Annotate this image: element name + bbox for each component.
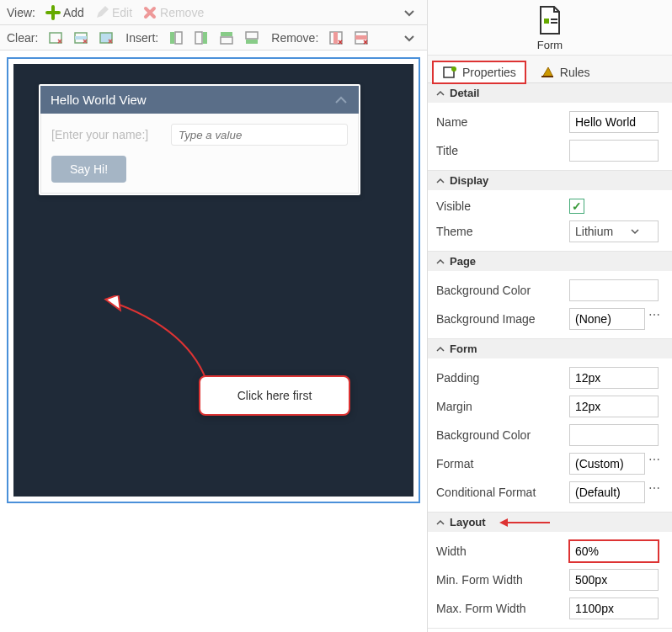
section-page-title: Page bbox=[450, 255, 476, 268]
panel-header-label: Form bbox=[537, 39, 563, 51]
prop-row-format: Format ⋯ bbox=[428, 449, 672, 478]
prop-row-form-bgcolor: Background Color bbox=[428, 421, 672, 449]
section-display-header[interactable]: Display bbox=[428, 171, 672, 190]
prop-theme-select[interactable]: Lithium bbox=[569, 220, 659, 242]
layout-toolbar-menu-button[interactable] bbox=[398, 29, 420, 47]
hello-world-view[interactable]: Hello World View [Enter your name:] Say … bbox=[39, 84, 360, 195]
form-icon bbox=[536, 5, 564, 37]
prop-maxw-input[interactable] bbox=[569, 597, 659, 619]
svg-point-20 bbox=[451, 66, 456, 72]
insert-row-below-button[interactable] bbox=[241, 29, 263, 47]
tab-properties[interactable]: Properties bbox=[433, 61, 525, 83]
prop-title-input[interactable] bbox=[569, 140, 659, 162]
chevron-up-icon bbox=[436, 345, 445, 353]
remove-row-button[interactable] bbox=[350, 29, 372, 47]
svg-rect-5 bbox=[170, 32, 174, 44]
prop-format-input[interactable] bbox=[569, 453, 645, 475]
prop-row-condfmt: Conditional Format ⋯ bbox=[428, 478, 672, 507]
prop-form-bgcolor-input[interactable] bbox=[569, 424, 659, 446]
collapse-icon[interactable] bbox=[333, 94, 349, 106]
left-panel: View: Add Edit Remove bbox=[0, 0, 428, 632]
section-page: Page Background Color Background Image ⋯ bbox=[428, 252, 672, 339]
prop-row-page-bgcolor: Background Color bbox=[428, 276, 672, 305]
section-page-header[interactable]: Page bbox=[428, 252, 672, 271]
prop-minw-label: Min. Form Width bbox=[436, 573, 563, 587]
prop-format-browse-button[interactable]: ⋯ bbox=[645, 453, 664, 475]
add-view-button[interactable]: Add bbox=[42, 3, 88, 22]
prop-width-input[interactable] bbox=[569, 540, 659, 562]
prop-minw-input[interactable] bbox=[569, 569, 659, 591]
view-toolbar: View: Add Edit Remove bbox=[0, 0, 427, 25]
add-view-label: Add bbox=[63, 6, 84, 19]
insert-col-right-button[interactable] bbox=[190, 29, 212, 47]
svg-rect-17 bbox=[551, 19, 557, 20]
section-form: Form Padding Margin Background Color bbox=[428, 339, 672, 513]
section-detail-title: Detail bbox=[450, 87, 479, 99]
insert-col-left-button[interactable] bbox=[165, 29, 187, 47]
tab-rules[interactable]: Rules bbox=[531, 61, 600, 82]
view-header[interactable]: Hello World View bbox=[40, 86, 359, 114]
rules-icon bbox=[540, 66, 555, 79]
prop-row-padding: Padding bbox=[428, 364, 672, 392]
svg-rect-11 bbox=[246, 40, 258, 44]
svg-rect-7 bbox=[203, 32, 207, 44]
clear-row-button[interactable] bbox=[70, 29, 92, 47]
name-field-input[interactable] bbox=[171, 124, 348, 146]
prop-row-width: Width bbox=[428, 537, 672, 566]
prop-padding-input[interactable] bbox=[569, 367, 659, 389]
clear-label: Clear: bbox=[7, 31, 38, 45]
prop-row-margin: Margin bbox=[428, 392, 672, 421]
prop-visible-checkbox[interactable]: ✓ bbox=[569, 199, 584, 214]
section-layout-title: Layout bbox=[450, 516, 486, 528]
prop-row-minw: Min. Form Width bbox=[428, 566, 672, 594]
prop-row-visible: Visible ✓ bbox=[428, 195, 672, 217]
view-toolbar-menu-button[interactable] bbox=[398, 3, 420, 22]
insert-row-above-button[interactable] bbox=[216, 29, 237, 47]
section-form-title: Form bbox=[450, 343, 477, 355]
properties-panel: Form Properties Rules Detail bbox=[428, 0, 672, 632]
prop-name-label: Name bbox=[436, 115, 563, 129]
chevron-up-icon bbox=[436, 258, 445, 266]
svg-rect-9 bbox=[221, 32, 232, 36]
chevron-up-icon bbox=[436, 177, 445, 185]
prop-page-bgimage-browse-button[interactable]: ⋯ bbox=[645, 308, 664, 330]
svg-rect-2 bbox=[75, 36, 87, 40]
insert-row-below-icon bbox=[244, 30, 259, 45]
section-form-header[interactable]: Form bbox=[428, 339, 672, 358]
name-field-row: [Enter your name:] bbox=[51, 124, 348, 146]
remove-view-button[interactable]: Remove bbox=[139, 3, 207, 22]
prop-condfmt-browse-button[interactable]: ⋯ bbox=[645, 481, 664, 503]
insert-col-left-icon bbox=[168, 30, 184, 45]
prop-theme-label: Theme bbox=[436, 225, 563, 238]
edit-view-button[interactable]: Edit bbox=[91, 3, 136, 22]
insert-label: Insert: bbox=[125, 31, 158, 45]
prop-name-input[interactable] bbox=[569, 111, 659, 133]
prop-condfmt-label: Conditional Format bbox=[436, 486, 563, 499]
section-detail-header[interactable]: Detail bbox=[428, 83, 672, 103]
clear-cell-button[interactable] bbox=[45, 29, 67, 47]
remove-col-icon bbox=[328, 30, 344, 45]
svg-rect-10 bbox=[246, 32, 258, 39]
svg-rect-21 bbox=[541, 76, 553, 77]
say-hi-button[interactable]: Say Hi! bbox=[51, 156, 126, 183]
svg-rect-4 bbox=[175, 32, 182, 44]
form-canvas-selection[interactable]: Hello World View [Enter your name:] Say … bbox=[7, 57, 420, 503]
pencil-icon bbox=[94, 5, 109, 20]
prop-maxw-label: Max. Form Width bbox=[436, 602, 563, 615]
prop-condfmt-input[interactable] bbox=[569, 481, 645, 503]
tab-rules-label: Rules bbox=[560, 66, 590, 79]
chevron-up-icon bbox=[436, 518, 445, 527]
panel-tabs: Properties Rules bbox=[428, 56, 672, 83]
svg-rect-6 bbox=[195, 32, 202, 44]
clear-table-button[interactable] bbox=[95, 29, 117, 47]
remove-label: Remove: bbox=[271, 31, 318, 45]
prop-page-bgcolor-input[interactable] bbox=[569, 279, 659, 301]
remove-col-button[interactable] bbox=[325, 29, 347, 47]
prop-page-bgimage-input[interactable] bbox=[569, 308, 645, 330]
form-canvas[interactable]: Hello World View [Enter your name:] Say … bbox=[13, 64, 413, 497]
view-title: Hello World View bbox=[51, 93, 147, 107]
canvas-wrap: Hello World View [Enter your name:] Say … bbox=[0, 50, 427, 632]
prop-margin-input[interactable] bbox=[569, 396, 659, 417]
insert-col-right-icon bbox=[194, 30, 209, 45]
section-layout-header[interactable]: Layout bbox=[428, 513, 672, 532]
